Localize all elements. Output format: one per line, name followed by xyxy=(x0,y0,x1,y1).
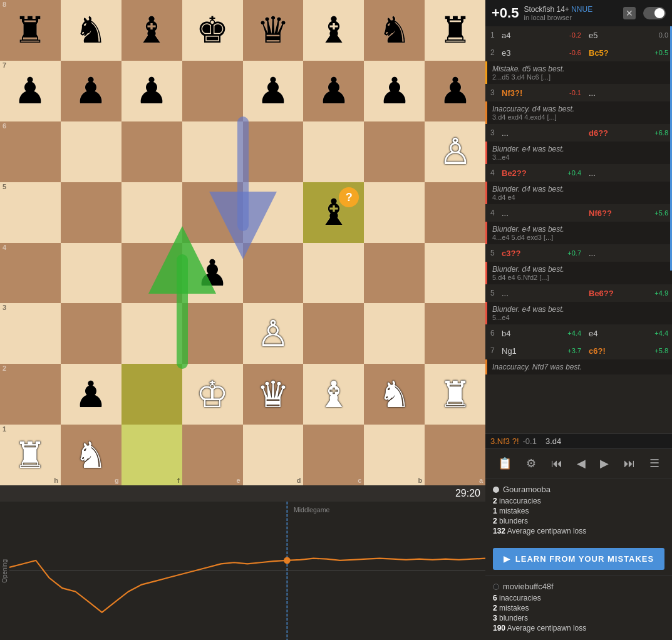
square-h1[interactable]: ♜1h xyxy=(0,425,61,485)
learn-from-mistakes-button[interactable]: ▶ LEARN FROM YOUR MISTAKES xyxy=(493,548,664,570)
square-c2[interactable]: ♝ xyxy=(303,364,364,425)
square-e7[interactable] xyxy=(182,61,243,121)
square-g3[interactable] xyxy=(61,303,121,364)
square-g1[interactable]: ♞g xyxy=(61,425,121,485)
square-a8[interactable]: ♜ xyxy=(425,0,485,61)
square-h3[interactable]: 3 xyxy=(0,303,61,364)
square-g5[interactable] xyxy=(61,182,121,243)
toggle-annotations-button[interactable]: 📋 xyxy=(494,454,515,473)
move-1-white[interactable]: a4 -0.2 xyxy=(498,28,585,43)
square-a4[interactable] xyxy=(425,243,485,304)
last-move-button[interactable]: ⏭ xyxy=(620,455,639,473)
square-f2[interactable] xyxy=(121,364,182,425)
square-d8[interactable]: ♛ xyxy=(243,0,304,61)
move-list[interactable]: 1 a4 -0.2 e5 0.0 2 e3 -0.6 Bc5? +0.5 xyxy=(485,26,672,433)
move-4-black-empty[interactable]: ... xyxy=(585,166,672,180)
move-5-white-empty2[interactable]: ... xyxy=(498,286,585,301)
first-move-button[interactable]: ⏮ xyxy=(547,455,566,473)
move-3-white-empty[interactable]: ... xyxy=(498,126,585,140)
player2-dot xyxy=(493,584,499,590)
square-g7[interactable]: ♟ xyxy=(61,61,121,121)
square-h2[interactable]: 2 xyxy=(0,364,61,425)
square-b7[interactable]: ♟ xyxy=(364,61,425,121)
square-d5[interactable] xyxy=(243,182,304,243)
square-a2[interactable]: ♜ xyxy=(425,364,485,425)
square-b8[interactable]: ♞ xyxy=(364,0,425,61)
move-7-white[interactable]: Ng1 +3.7 xyxy=(498,344,585,358)
square-f7[interactable]: ♟ xyxy=(121,61,182,121)
square-f4[interactable] xyxy=(121,243,182,304)
square-b4[interactable] xyxy=(364,243,425,304)
square-a3[interactable] xyxy=(425,303,485,364)
square-e2[interactable]: ♔ xyxy=(182,364,243,425)
square-f6[interactable] xyxy=(121,121,182,182)
move-2-black[interactable]: Bc5? +0.5 xyxy=(585,46,672,60)
square-g4[interactable] xyxy=(61,243,121,304)
square-f1[interactable]: f xyxy=(121,425,182,485)
square-g8[interactable]: ♞ xyxy=(61,0,121,61)
engine-close-button[interactable]: ✕ xyxy=(623,7,636,19)
square-e6[interactable] xyxy=(182,121,243,182)
square-a5[interactable] xyxy=(425,182,485,243)
square-e3[interactable] xyxy=(182,303,243,364)
square-e5[interactable] xyxy=(182,182,243,243)
square-g6[interactable] xyxy=(61,121,121,182)
square-h4[interactable]: 4 xyxy=(0,243,61,304)
square-b1[interactable]: b xyxy=(364,425,425,485)
piece-f7: ♟ xyxy=(135,73,168,109)
square-h7[interactable]: ♟7 xyxy=(0,61,61,121)
move-row-4w: 4 Be2?? +0.4 ... xyxy=(485,164,672,182)
move-3-black-empty[interactable]: ... xyxy=(585,86,672,100)
square-c8[interactable]: ♝ xyxy=(303,0,364,61)
square-d4[interactable] xyxy=(243,243,304,304)
square-b5[interactable] xyxy=(364,182,425,243)
square-d3[interactable]: ♙ xyxy=(243,303,304,364)
square-b3[interactable] xyxy=(364,303,425,364)
square-h6[interactable]: 6 xyxy=(0,121,61,182)
square-c1[interactable]: c xyxy=(303,425,364,485)
square-d7[interactable]: ♟ xyxy=(243,61,304,121)
square-h5[interactable]: 5 xyxy=(0,182,61,243)
square-f8[interactable]: ♝ xyxy=(121,0,182,61)
square-d1[interactable]: d xyxy=(243,425,304,485)
square-c4[interactable] xyxy=(303,243,364,304)
square-e4[interactable]: ♟ xyxy=(182,243,243,304)
move-1-black[interactable]: e5 0.0 xyxy=(585,28,672,43)
move-4-white-empty2[interactable]: ... xyxy=(498,206,585,220)
square-f5[interactable] xyxy=(121,182,182,243)
square-c7[interactable]: ♟ xyxy=(303,61,364,121)
move-4-black[interactable]: Nf6?? +5.6 xyxy=(585,206,672,220)
move-4-white[interactable]: Be2?? +0.4 xyxy=(498,166,585,180)
move-6-white[interactable]: b4 +4.4 xyxy=(498,326,585,341)
square-g2[interactable]: ♟ xyxy=(61,364,121,425)
move-5-white[interactable]: c3?? +0.7 xyxy=(498,246,585,261)
square-f3[interactable] xyxy=(121,303,182,364)
move-3-white[interactable]: Nf3?! -0.1 xyxy=(498,86,585,100)
square-c6[interactable] xyxy=(303,121,364,182)
move-7-black[interactable]: c6?! +5.8 xyxy=(585,344,672,358)
chess-board[interactable]: ♜8 ♞ ♝ ♚ ♛ ♝ ♞ ♜ ♟7 ♟ ♟ ♟ ♟ ♟ ♟ 6 xyxy=(0,0,485,485)
next-move-button[interactable]: ▶ xyxy=(596,454,613,473)
menu-button[interactable]: ☰ xyxy=(646,454,663,473)
square-a6[interactable]: ♙ xyxy=(425,121,485,182)
square-e1[interactable]: e xyxy=(182,425,243,485)
square-a7[interactable]: ♟ xyxy=(425,61,485,121)
move-5-black[interactable]: Be6?? +4.9 xyxy=(585,286,672,301)
square-b2[interactable]: ♞ xyxy=(364,364,425,425)
square-d2[interactable]: ♛ xyxy=(243,364,304,425)
square-e8[interactable]: ♚ xyxy=(182,0,243,61)
graph-canvas-wrapper[interactable]: Middlegame xyxy=(9,502,485,640)
move-2-white[interactable]: e3 -0.6 xyxy=(498,46,585,60)
square-h8[interactable]: ♜8 xyxy=(0,0,61,61)
move-6-black[interactable]: e4 +4.4 xyxy=(585,326,672,341)
move-3-black[interactable]: d6?? +6.8 xyxy=(585,126,672,140)
square-b6[interactable] xyxy=(364,121,425,182)
toggle-settings-button[interactable]: ⚙ xyxy=(522,454,540,473)
square-a1[interactable]: a xyxy=(425,425,485,485)
square-c3[interactable] xyxy=(303,303,364,364)
engine-toggle[interactable] xyxy=(643,7,666,19)
square-d6[interactable] xyxy=(243,121,304,182)
prev-move-button[interactable]: ◀ xyxy=(573,454,589,473)
move-5-black-empty[interactable]: ... xyxy=(585,246,672,261)
square-c5[interactable]: ♝ ? xyxy=(303,182,364,243)
